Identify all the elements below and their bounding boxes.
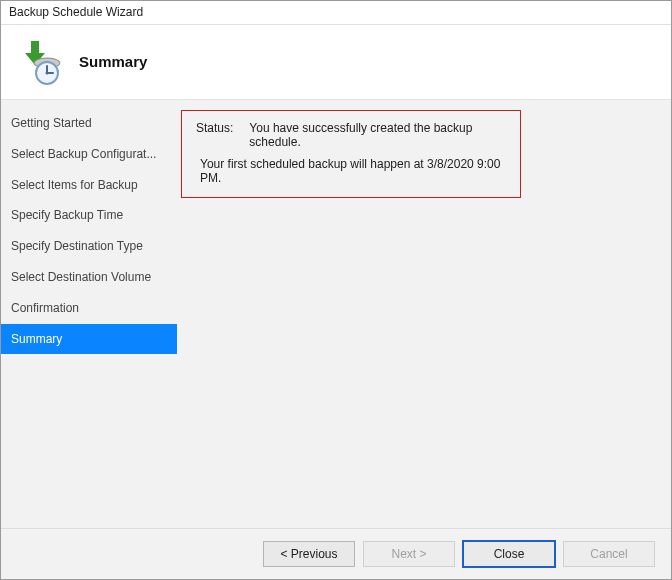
sidebar-item-select-items[interactable]: Select Items for Backup: [1, 170, 177, 201]
wizard-footer: < Previous Next > Close Cancel: [1, 528, 671, 579]
wizard-main-panel: Status: You have successfully created th…: [177, 100, 671, 528]
svg-point-5: [46, 72, 49, 75]
status-label: Status:: [196, 121, 233, 149]
wizard-header: Summary: [1, 25, 671, 100]
status-row: Status: You have successfully created th…: [196, 121, 506, 149]
sidebar-item-select-backup-config[interactable]: Select Backup Configurat...: [1, 139, 177, 170]
next-button: Next >: [363, 541, 455, 567]
sidebar-item-destination-type[interactable]: Specify Destination Type: [1, 231, 177, 262]
page-title: Summary: [79, 53, 147, 70]
previous-button[interactable]: < Previous: [263, 541, 355, 567]
cancel-button: Cancel: [563, 541, 655, 567]
sidebar-item-specify-time[interactable]: Specify Backup Time: [1, 200, 177, 231]
status-message: You have successfully created the backup…: [249, 121, 506, 149]
window-title: Backup Schedule Wizard: [9, 5, 143, 19]
sidebar-item-destination-volume[interactable]: Select Destination Volume: [1, 262, 177, 293]
backup-wizard-icon: [17, 37, 65, 85]
close-button[interactable]: Close: [463, 541, 555, 567]
wizard-steps-sidebar: Getting Started Select Backup Configurat…: [1, 100, 177, 528]
sidebar-item-confirmation[interactable]: Confirmation: [1, 293, 177, 324]
status-sub-message: Your first scheduled backup will happen …: [200, 157, 506, 185]
sidebar-item-summary[interactable]: Summary: [1, 324, 177, 355]
window-titlebar: Backup Schedule Wizard: [1, 1, 671, 25]
sidebar-item-getting-started[interactable]: Getting Started: [1, 108, 177, 139]
status-box: Status: You have successfully created th…: [181, 110, 521, 198]
wizard-body: Getting Started Select Backup Configurat…: [1, 100, 671, 528]
wizard-window: Backup Schedule Wizard Summary Getting S…: [0, 0, 672, 580]
